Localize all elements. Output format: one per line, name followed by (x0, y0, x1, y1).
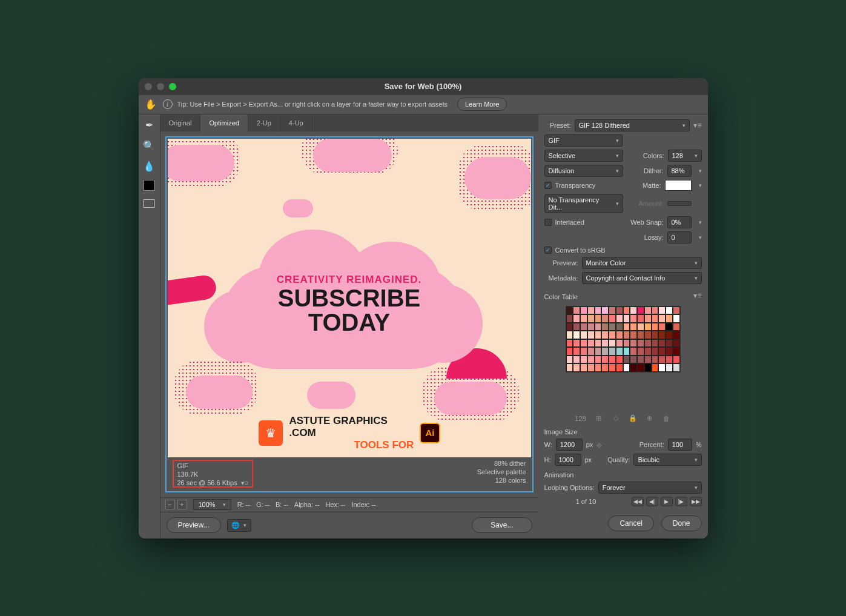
matte-label: Matte: (599, 182, 661, 189)
info-colors: 128 colors (477, 477, 526, 484)
websnap-label: Web Snap: (588, 219, 664, 226)
reduction-select[interactable]: Selective▾ (544, 150, 623, 162)
download-speed-menu-icon[interactable]: ▾≡ (241, 479, 248, 487)
info-palette: Selective palette (477, 468, 526, 475)
color-table-grid[interactable] (566, 306, 681, 373)
percent-input[interactable]: 100 (668, 439, 692, 451)
ct-trash-icon[interactable]: 🗑 (663, 414, 671, 423)
ct-lock-icon[interactable]: 🔒 (629, 414, 637, 423)
eyedropper-tool-icon[interactable]: 💧 (142, 159, 156, 174)
preset-select[interactable]: GIF 128 Dithered▾ (575, 119, 690, 131)
websnap-stepper-icon[interactable]: ▾ (699, 219, 702, 225)
dither-input[interactable]: 88% (667, 165, 692, 177)
width-unit: px (586, 441, 593, 448)
learn-more-button[interactable]: Learn More (457, 98, 507, 111)
readout-hex: Hex: -- (325, 501, 345, 508)
dither-stepper-icon[interactable]: ▾ (699, 168, 702, 174)
link-dimensions-icon[interactable]: ⟐ (596, 440, 601, 449)
format-select[interactable]: GIF▾ (544, 134, 623, 147)
quality-select[interactable]: Bicubic▾ (633, 454, 701, 466)
transparency-dither-select[interactable]: No Transparency Dit...▾ (544, 194, 623, 213)
plane-illustration (168, 274, 217, 306)
percent-unit: % (696, 441, 702, 448)
image-size-title: Image Size (544, 428, 702, 436)
zoom-in-button[interactable]: + (177, 500, 187, 509)
info-download-time: 26 sec @ 56.6 Kbps (177, 479, 237, 486)
anim-first-button[interactable]: ◀◀ (632, 497, 644, 506)
color-table-title: Color Table (544, 293, 578, 300)
settings-panel: Preset: GIF 128 Dithered▾ ▾≡ GIF▾ Select… (538, 114, 708, 538)
width-label: W: (544, 441, 552, 448)
preview-select[interactable]: Monitor Color▾ (582, 257, 702, 269)
amount-label: Amount: (627, 200, 664, 207)
preview-info-strip: GIF 138.7K 26 sec @ 56.6 Kbps ▾≡ 88% dit… (168, 457, 531, 490)
lossy-input[interactable]: 0 (667, 231, 692, 243)
tip-text: Tip: Use File > Export > Export As... or… (177, 101, 448, 108)
dither-label: Dither: (627, 167, 664, 174)
readout-b: B: -- (276, 501, 288, 508)
done-button[interactable]: Done (661, 515, 702, 531)
crown-logo-icon: ♛ (259, 420, 283, 446)
transparency-checkbox[interactable]: ✓ (544, 182, 552, 189)
brand-tagline: TOOLS FOR (289, 439, 414, 451)
action-button-row: Preview... 🌐▾ Save... (160, 512, 538, 538)
titlebar: Save for Web (100%) (139, 78, 708, 95)
tip-bar: ✋ i Tip: Use File > Export > Export As..… (139, 95, 708, 114)
metadata-select[interactable]: Copyright and Contact Info▾ (582, 272, 702, 284)
height-input[interactable]: 1000 (555, 454, 581, 466)
srgb-checkbox[interactable]: ✓ (544, 247, 552, 254)
browser-select[interactable]: 🌐▾ (227, 519, 251, 532)
ct-maptrans-icon[interactable]: ◇ (612, 414, 620, 423)
brand-url: ASTUTE GRAPHICS .COM (289, 415, 414, 439)
slice-tool-icon[interactable]: ✒ (142, 118, 156, 133)
quality-label: Quality: (607, 456, 630, 463)
info-icon: i (163, 99, 173, 109)
interlaced-checkbox[interactable] (544, 219, 552, 226)
preset-menu-icon[interactable]: ▾≡ (693, 121, 701, 130)
tab-2up[interactable]: 2-Up (248, 114, 280, 131)
readout-index: Index: -- (351, 501, 375, 508)
save-button[interactable]: Save... (472, 517, 532, 533)
save-for-web-window: Save for Web (100%) ✋ i Tip: Use File > … (139, 78, 708, 538)
percent-label: Percent: (605, 441, 664, 448)
amount-input (667, 201, 692, 206)
zoom-tool-icon[interactable]: 🔍 (142, 139, 156, 153)
metadata-label: Metadata: (544, 274, 578, 282)
preview-frame[interactable]: CREATIVITY REIMAGINED. SUBSCRIBE TODAY ♛… (165, 136, 534, 492)
anim-last-button[interactable]: ▶▶ (690, 497, 702, 506)
websnap-input[interactable]: 0% (667, 216, 692, 228)
tab-4up[interactable]: 4-Up (280, 114, 312, 131)
preview-label: Preview: (544, 259, 578, 267)
matte-dropdown-icon[interactable]: ▾ (699, 182, 702, 188)
color-table-count: 128 (575, 415, 586, 422)
hand-tool-icon[interactable]: ✋ (144, 97, 158, 111)
readout-alpha: Alpha: -- (294, 501, 320, 508)
anim-next-button[interactable]: |▶ (675, 497, 687, 506)
colors-label: Colors: (627, 152, 664, 159)
lossy-stepper-icon[interactable]: ▾ (699, 234, 702, 240)
srgb-label: Convert to sRGB (555, 247, 606, 254)
tab-optimized[interactable]: Optimized (200, 114, 248, 131)
anim-prev-button[interactable]: ◀| (646, 497, 658, 506)
color-table-menu-icon[interactable]: ▾≡ (693, 291, 701, 300)
tab-original[interactable]: Original (160, 114, 201, 131)
height-unit: px (585, 456, 592, 463)
anim-play-button[interactable]: ▶ (661, 497, 673, 506)
amount-stepper-icon: ▾ (699, 200, 702, 207)
dither-method-select[interactable]: Diffusion▾ (544, 165, 623, 177)
file-info-highlight: GIF 138.7K 26 sec @ 56.6 Kbps ▾≡ (173, 460, 254, 488)
headline-large-2: TODAY (277, 310, 422, 334)
zoom-select[interactable]: 100%▾ (193, 499, 231, 510)
colors-select[interactable]: 128▾ (668, 150, 702, 162)
eyedropper-color-swatch[interactable] (144, 180, 154, 191)
ct-new-icon[interactable]: ⊕ (646, 414, 654, 423)
ct-snapweb-icon[interactable]: ⊞ (595, 414, 603, 423)
preview-button[interactable]: Preview... (167, 517, 221, 533)
zoom-out-button[interactable]: − (165, 500, 175, 509)
headline-large-1: SUBSCRIBE (277, 286, 422, 310)
matte-swatch[interactable] (665, 180, 692, 191)
slice-visibility-icon[interactable] (143, 199, 155, 208)
width-input[interactable]: 1200 (556, 439, 583, 451)
cancel-button[interactable]: Cancel (608, 515, 653, 531)
loop-select[interactable]: Forever▾ (598, 482, 702, 494)
